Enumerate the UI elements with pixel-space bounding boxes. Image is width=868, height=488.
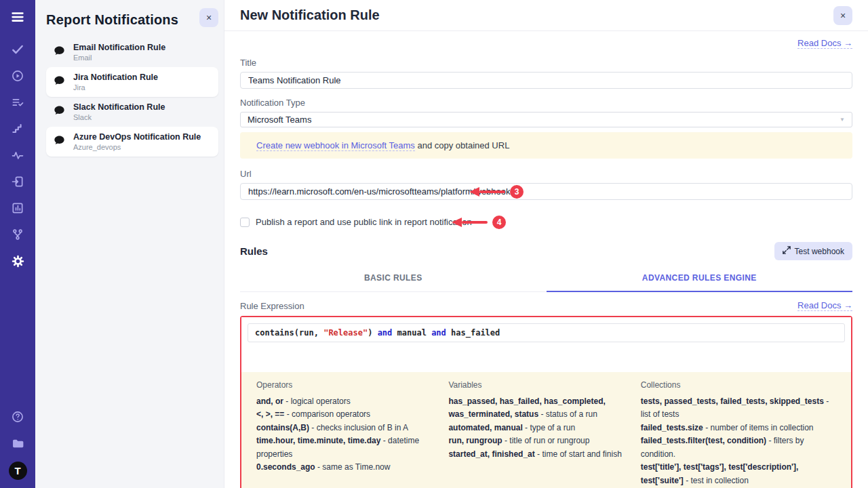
rule-expression-editor: contains(run, "Release") and manual and … [241, 317, 851, 372]
help-column-header: Collections [641, 380, 836, 390]
create-webhook-link[interactable]: Create new webhook in Microsoft Teams [256, 140, 415, 151]
test-webhook-icon [783, 246, 791, 256]
notification-rule-list: Email Notification RuleEmail Jira Notifi… [46, 37, 218, 157]
help-collections-column: Collections tests, passed_tests, failed_… [641, 380, 836, 488]
read-docs-link[interactable]: Read Docs → [797, 38, 852, 49]
list-item-email-rule[interactable]: Email Notification RuleEmail [46, 37, 218, 67]
panel-close-button[interactable]: × [199, 8, 218, 27]
rule-title: Email Notification Rule [73, 43, 165, 52]
rules-tabs: BASIC RULES ADVANCED RULES ENGINE [240, 266, 852, 292]
form-body: Read Docs → Title Notification Type Micr… [224, 31, 868, 488]
publish-checkbox[interactable] [240, 218, 250, 227]
gear-icon[interactable] [9, 253, 26, 269]
chat-bubble-icon [53, 45, 66, 60]
expression-help-panel: Operators and, or - logical operators <,… [241, 372, 851, 488]
list-check-icon[interactable] [9, 94, 26, 110]
test-webhook-button[interactable]: Test webhook [774, 242, 852, 260]
help-column-header: Operators [256, 380, 431, 390]
list-item-jira-rule[interactable]: Jira Notification RuleJira [46, 67, 218, 97]
menu-icon[interactable] [9, 9, 26, 25]
help-row: failed_tests.filter(test, condition) - f… [641, 434, 836, 461]
folder-icon[interactable] [9, 435, 26, 451]
check-icon[interactable] [9, 41, 26, 58]
list-item-slack-rule[interactable]: Slack Notification RuleSlack [46, 97, 218, 127]
panel-header: Report Notifications × [46, 8, 218, 28]
webhook-info-text: and copy obtained URL [415, 140, 509, 150]
panel-title: Report Notifications [46, 8, 178, 28]
tab-basic-rules[interactable]: BASIC RULES [240, 266, 547, 291]
help-operators-column: Operators and, or - logical operators <,… [256, 380, 431, 488]
play-circle-icon[interactable] [9, 68, 26, 84]
help-row: 0.seconds_ago - same as Time.now [256, 461, 431, 474]
rule-subtitle: Email [73, 54, 165, 62]
main-content: New Notification Rule × Read Docs → Titl… [224, 0, 868, 488]
title-label: Title [240, 58, 852, 68]
annotation-box-5: contains(run, "Release") and manual and … [240, 316, 852, 488]
rule-expression-label: Rule Expression [240, 301, 304, 311]
chevron-down-icon: ▼ [840, 117, 845, 123]
test-webhook-label: Test webhook [795, 247, 844, 256]
notification-type-select[interactable]: Microsoft Teams ▼ [240, 112, 852, 127]
import-icon[interactable] [9, 174, 26, 190]
app: T Report Notifications × Email Notificat… [0, 0, 868, 488]
help-row: time.hour, time.minute, time.day - datet… [256, 434, 431, 461]
rules-header-row: Rules Test webhook [240, 242, 852, 260]
publish-checkbox-label: Publish a report and use public link in … [256, 217, 472, 227]
help-row: test['title'], test['tags'], test['descr… [641, 461, 836, 487]
icon-rail: T [0, 0, 35, 488]
rule-title: Jira Notification Rule [73, 73, 158, 82]
tab-advanced-rules-engine[interactable]: ADVANCED RULES ENGINE [547, 266, 853, 292]
rule-subtitle: Slack [73, 113, 165, 121]
help-column-header: Variables [448, 380, 623, 390]
help-row: <, >, == - comparison operators [256, 408, 431, 421]
rule-title: Azure DevOps Notification Rule [73, 132, 201, 142]
notification-type-value: Microsoft Teams [248, 115, 311, 125]
notifications-panel: Report Notifications × Email Notificatio… [35, 0, 224, 488]
rule-expression-code[interactable]: contains(run, "Release") and manual and … [248, 323, 845, 342]
chat-bubble-icon [53, 134, 66, 150]
help-row: tests, passed_tests, failed_tests, skipp… [641, 395, 836, 422]
dialog-close-button[interactable]: × [833, 6, 852, 25]
help-row: automated, manual - type of a run [448, 422, 623, 434]
rule-expression-row: Rule Expression Read Docs → [240, 300, 852, 311]
url-label: Url [240, 169, 852, 179]
rule-title: Slack Notification Rule [73, 102, 165, 112]
help-row: run, rungroup - title of run or rungroup [448, 434, 623, 447]
chart-icon[interactable] [9, 200, 26, 216]
list-item-azure-devops-rule[interactable]: Azure DevOps Notification RuleAzure_devo… [46, 127, 218, 157]
publish-checkbox-row: Publish a report and use public link in … [240, 217, 852, 227]
activity-icon[interactable] [9, 147, 26, 163]
help-icon[interactable] [9, 409, 26, 425]
avatar[interactable]: T [9, 462, 27, 480]
annotation-badge-4: 4 [492, 216, 506, 229]
help-row: started_at, finished_at - time of start … [448, 448, 623, 461]
dialog-title: New Notification Rule [240, 7, 380, 23]
title-input[interactable] [240, 72, 852, 89]
rule-subtitle: Azure_devops [73, 143, 201, 151]
help-variables-column: Variables has_passed, has_failed, has_co… [448, 380, 623, 488]
rules-heading: Rules [240, 245, 268, 257]
steps-icon[interactable] [9, 121, 26, 137]
notification-type-label: Notification Type [240, 98, 852, 108]
help-row: contains(A,B) - checks inclusion of B in… [256, 422, 431, 434]
webhook-info-box: Create new webhook in Microsoft Teams an… [240, 132, 852, 159]
url-input[interactable] [240, 183, 852, 200]
chat-bubble-icon [53, 75, 66, 90]
chat-bubble-icon [53, 104, 66, 120]
help-row: failed_tests.size - number of items in c… [641, 422, 836, 434]
url-field-wrap: 3 [240, 183, 852, 200]
dialog-header: New Notification Rule × [224, 0, 868, 31]
branch-icon[interactable] [9, 226, 26, 243]
read-docs-link[interactable]: Read Docs → [797, 300, 852, 311]
help-row: and, or - logical operators [256, 395, 431, 408]
rule-subtitle: Jira [73, 83, 158, 92]
help-row: has_passed, has_failed, has_completed, w… [448, 395, 623, 422]
